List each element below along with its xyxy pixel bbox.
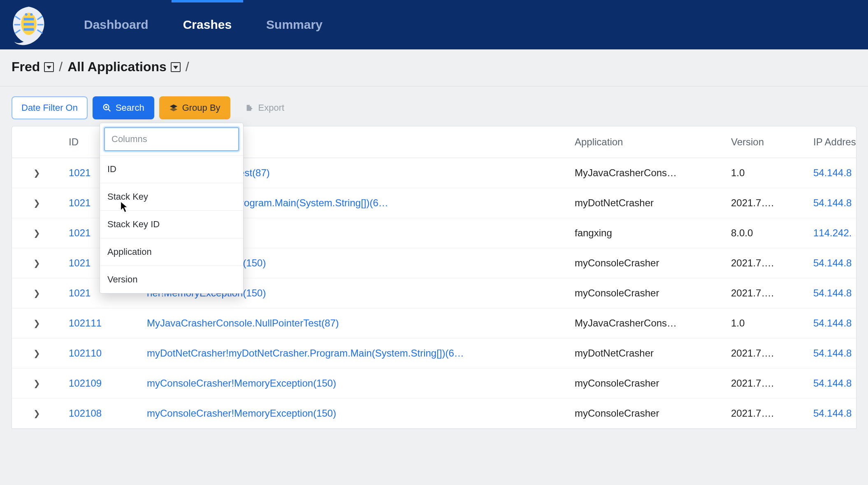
cell-version: 2021.7….: [724, 399, 806, 429]
breadcrumb: Fred / All Applications /: [0, 49, 868, 86]
cell-ip[interactable]: 54.144.8: [806, 278, 856, 308]
cell-application: myConsoleCrasher: [567, 399, 724, 429]
svg-marker-18: [250, 107, 253, 110]
top-nav: Dashboard Crashes Summary: [0, 0, 868, 49]
cell-version: 2021.7….: [724, 188, 806, 218]
expand-row-icon[interactable]: ❯: [12, 368, 61, 399]
breadcrumb-label: Fred: [12, 59, 40, 75]
dropdown-item-id[interactable]: ID: [100, 155, 243, 183]
nav-dashboard[interactable]: Dashboard: [67, 0, 166, 49]
expand-row-icon[interactable]: ❯: [12, 278, 61, 308]
button-label: Export: [258, 103, 285, 113]
svg-rect-3: [24, 28, 34, 30]
svg-line-13: [108, 109, 111, 112]
breadcrumb-part-fred[interactable]: Fred: [12, 59, 54, 75]
col-expand: [12, 126, 61, 158]
cell-id[interactable]: 102108: [61, 399, 139, 429]
table-row: ❯102108myConsoleCrasher!MemoryException(…: [12, 399, 856, 429]
cell-application: myConsoleCrasher: [567, 248, 724, 278]
expand-row-icon[interactable]: ❯: [12, 338, 61, 368]
layers-icon: [169, 103, 178, 112]
nav-summary[interactable]: Summary: [249, 0, 340, 49]
cell-version: 2021.7….: [724, 368, 806, 399]
group-by-button[interactable]: Group By: [159, 96, 230, 119]
svg-marker-17: [169, 107, 177, 111]
columns-dropdown: ID Stack Key Stack Key ID Application Ve…: [100, 123, 244, 294]
svg-rect-1: [24, 18, 34, 20]
date-filter-button[interactable]: Date Filter On: [12, 96, 88, 119]
caret-down-icon[interactable]: [171, 62, 181, 72]
button-label: Group By: [182, 103, 220, 113]
cell-application: MyJavaCrasherCons…: [567, 158, 724, 188]
button-label: Search: [116, 103, 144, 113]
expand-row-icon[interactable]: ❯: [12, 248, 61, 278]
expand-row-icon[interactable]: ❯: [12, 188, 61, 218]
export-button: Export: [235, 96, 295, 119]
cell-stack-key[interactable]: MyJavaCrasherConsole.NullPointerTest(87): [139, 308, 567, 338]
cell-ip[interactable]: 54.144.8: [806, 158, 856, 188]
cell-application: MyJavaCrasherCons…: [567, 308, 724, 338]
cell-stack-key[interactable]: myConsoleCrasher!MemoryException(150): [139, 368, 567, 399]
expand-row-icon[interactable]: ❯: [12, 399, 61, 429]
cell-stack-key[interactable]: myConsoleCrasher!MemoryException(150): [139, 399, 567, 429]
dropdown-item-version[interactable]: Version: [100, 266, 243, 293]
cell-ip[interactable]: 54.144.8: [806, 399, 856, 429]
cell-ip[interactable]: 54.144.8: [806, 338, 856, 368]
nav-crashes[interactable]: Crashes: [166, 0, 249, 49]
cell-version: 2021.7….: [724, 338, 806, 368]
cell-version: 8.0.0: [724, 218, 806, 248]
svg-point-4: [25, 13, 28, 16]
cell-ip[interactable]: 54.144.8: [806, 248, 856, 278]
expand-row-icon[interactable]: ❯: [12, 308, 61, 338]
expand-row-icon[interactable]: ❯: [12, 218, 61, 248]
cell-ip[interactable]: 114.242.: [806, 218, 856, 248]
cell-id[interactable]: 102109: [61, 368, 139, 399]
dropdown-item-stack-key[interactable]: Stack Key: [100, 183, 243, 210]
breadcrumb-separator: /: [186, 59, 189, 75]
cell-ip[interactable]: 54.144.8: [806, 188, 856, 218]
search-button[interactable]: Search: [93, 96, 154, 119]
cell-stack-key[interactable]: myDotNetCrasher!myDotNetCrasher.Program.…: [139, 338, 567, 368]
dropdown-item-stack-key-id[interactable]: Stack Key ID: [100, 210, 243, 238]
columns-search-input[interactable]: [111, 134, 232, 145]
breadcrumb-part-applications[interactable]: All Applications: [67, 59, 181, 75]
cell-application: myDotNetCrasher: [567, 188, 724, 218]
col-version[interactable]: Version: [724, 126, 806, 158]
breadcrumb-separator: /: [59, 59, 63, 75]
col-application[interactable]: Application: [567, 126, 724, 158]
col-ip-address[interactable]: IP Address: [806, 126, 856, 158]
cell-id[interactable]: 102110: [61, 338, 139, 368]
dropdown-item-application[interactable]: Application: [100, 238, 243, 266]
button-label: Date Filter On: [21, 103, 78, 113]
export-icon: [245, 103, 254, 112]
caret-down-icon[interactable]: [44, 62, 54, 72]
cell-application: myConsoleCrasher: [567, 278, 724, 308]
table-row: ❯102109myConsoleCrasher!MemoryException(…: [12, 368, 856, 399]
cell-application: myConsoleCrasher: [567, 368, 724, 399]
cell-version: 2021.7….: [724, 248, 806, 278]
cell-application: myDotNetCrasher: [567, 338, 724, 368]
cell-version: 2021.7….: [724, 278, 806, 308]
table-row: ❯102111MyJavaCrasherConsole.NullPointerT…: [12, 308, 856, 338]
table-row: ❯102110myDotNetCrasher!myDotNetCrasher.P…: [12, 338, 856, 368]
cell-ip[interactable]: 54.144.8: [806, 308, 856, 338]
breadcrumb-label: All Applications: [67, 59, 167, 75]
cell-application: fangxing: [567, 218, 724, 248]
cell-id[interactable]: 102111: [61, 308, 139, 338]
expand-row-icon[interactable]: ❯: [12, 158, 61, 188]
svg-point-5: [30, 13, 32, 16]
app-logo[interactable]: [7, 3, 50, 46]
svg-rect-2: [24, 23, 34, 26]
zoom-in-icon: [102, 103, 111, 112]
columns-search-wrap: [104, 127, 239, 151]
toolbar: Date Filter On Search Group By Export ID…: [0, 86, 868, 126]
cell-version: 1.0: [724, 308, 806, 338]
cell-version: 1.0: [724, 158, 806, 188]
cell-ip[interactable]: 54.144.8: [806, 368, 856, 399]
